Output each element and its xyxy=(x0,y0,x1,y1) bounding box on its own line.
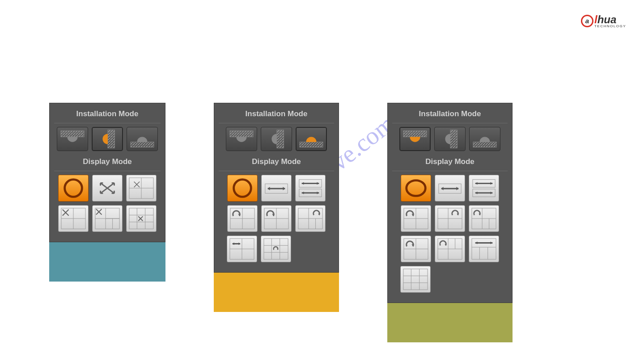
display-pano-2-button[interactable] xyxy=(227,236,257,262)
panels-stage: Installation Mode Di xyxy=(49,103,513,342)
display-1plus3-button[interactable] xyxy=(58,205,89,232)
install-ceiling-button[interactable] xyxy=(226,127,257,151)
wall-caption-bar xyxy=(49,242,165,282)
svg-rect-1 xyxy=(108,130,114,148)
install-ceiling-button[interactable] xyxy=(399,127,431,151)
svg-point-23 xyxy=(407,181,426,196)
install-ground-button[interactable] xyxy=(469,127,500,151)
svg-rect-0 xyxy=(61,131,84,137)
display-1plus8-360-button[interactable] xyxy=(261,236,291,262)
svg-rect-33 xyxy=(403,269,428,290)
display-1plus4-button[interactable] xyxy=(92,205,123,232)
install-wall-button[interactable] xyxy=(261,127,292,151)
display-original-button[interactable] xyxy=(401,175,431,202)
wall-display-title: Display Mode xyxy=(54,155,161,171)
logo-mark-icon: a xyxy=(581,15,593,27)
display-original-button[interactable] xyxy=(58,175,89,202)
display-2x-expand-button[interactable] xyxy=(126,175,157,202)
wall-install-title: Installation Mode xyxy=(54,107,161,123)
panel-ceiling: Installation Mode Display Mode xyxy=(387,103,513,342)
display-1plus6-360-button[interactable] xyxy=(435,236,465,262)
svg-rect-10 xyxy=(300,142,323,147)
ceiling-display-title: Display Mode xyxy=(392,155,508,171)
display-1plus4-360-button[interactable] xyxy=(295,205,326,232)
display-pano-2-button[interactable] xyxy=(401,236,431,262)
panel-wall: Installation Mode Di xyxy=(49,103,165,282)
svg-rect-32 xyxy=(472,239,496,259)
display-2ptz-button[interactable] xyxy=(469,175,499,202)
svg-rect-22 xyxy=(473,142,496,147)
display-1plus3-360-button[interactable] xyxy=(435,205,465,232)
display-1plus2-360-button[interactable] xyxy=(401,205,431,232)
wall-install-row xyxy=(54,127,161,151)
display-1ptz-button[interactable] xyxy=(261,175,292,202)
svg-rect-21 xyxy=(450,130,457,148)
display-pano-grid-button[interactable] xyxy=(469,236,499,262)
install-ceiling-button[interactable] xyxy=(57,127,88,151)
svg-rect-9 xyxy=(277,130,284,148)
display-1plus2-360-button[interactable] xyxy=(227,205,258,232)
ceiling-install-title: Installation Mode xyxy=(392,107,508,123)
svg-rect-2 xyxy=(131,142,154,147)
panel-ground: Installation Mode Display Mode xyxy=(214,103,339,312)
svg-rect-7 xyxy=(129,208,153,229)
display-1x-expand-button[interactable] xyxy=(92,175,123,202)
display-1plus3-360-button[interactable] xyxy=(261,205,292,232)
display-1ptz-button[interactable] xyxy=(435,175,465,202)
install-wall-button[interactable] xyxy=(92,127,123,151)
install-ground-button[interactable] xyxy=(296,127,327,151)
display-original-button[interactable] xyxy=(227,175,258,202)
svg-point-3 xyxy=(65,180,82,197)
brand-logo: a lhua TECHNOLOGY xyxy=(581,13,626,28)
display-1plus8-button[interactable] xyxy=(126,205,157,232)
ground-caption-bar xyxy=(214,273,339,312)
display-2ptz-button[interactable] xyxy=(295,175,326,202)
logo-text: lhua TECHNOLOGY xyxy=(594,13,626,28)
install-ground-button[interactable] xyxy=(127,127,158,151)
install-wall-button[interactable] xyxy=(434,127,466,151)
svg-rect-20 xyxy=(403,131,427,137)
display-1plus8-360-button[interactable] xyxy=(400,266,431,293)
ceiling-caption-bar xyxy=(387,303,513,342)
svg-rect-8 xyxy=(230,131,253,137)
svg-rect-19 xyxy=(264,239,288,259)
svg-point-11 xyxy=(234,180,251,197)
ground-install-title: Installation Mode xyxy=(219,107,334,123)
display-1plus4-360-button[interactable] xyxy=(469,205,499,232)
ground-display-title: Display Mode xyxy=(219,155,334,171)
